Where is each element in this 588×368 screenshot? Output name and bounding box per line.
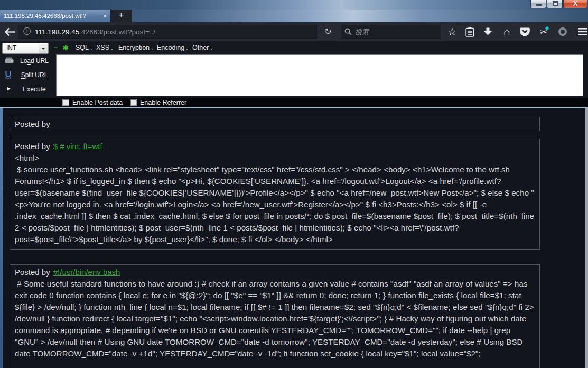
back-button[interactable] [4,27,17,36]
post-author-link[interactable]: $ # vim: ft=wtf [53,142,102,151]
bookmarks-clipboard-icon[interactable] [463,22,477,41]
navigation-toolbar: ⓘ 111.198.29.45 :42663/post.wtf?post=../… [0,22,588,41]
window-titlebar: X [0,0,588,10]
extension-badge-dot [545,26,549,30]
menu-sql[interactable]: SQL⌄ [76,44,94,51]
minimize-icon [536,4,542,6]
search-input[interactable] [355,28,437,36]
menu-hamburger-icon[interactable] [576,22,588,41]
screenshot-scissors-icon[interactable]: ✂ [537,22,550,41]
maximize-icon [553,1,558,6]
post-author-link[interactable]: #!/usr/bin/env bash [53,268,120,277]
post-header: Posted by [15,118,535,130]
enable-referrer-label: Enable Referrer [140,99,186,106]
tab-title: 111.198.29.45:42663/post.wtf? [4,13,100,19]
enable-post-data-label: Enable Post data [72,99,123,106]
load-url-icon [5,57,14,66]
site-info-icon[interactable]: ⓘ [23,27,31,36]
post-box-vim: Posted by$ # vim: ft=wtf <html> $ source… [10,139,540,250]
toolbar-divider [318,27,318,36]
window-controls: X [530,0,587,8]
menu-xss[interactable]: XSS⌄ [96,44,114,51]
page-content: Posted by Posted by$ # vim: ft=wtf <html… [0,108,588,368]
split-url-button[interactable]: Split URL [0,70,54,81]
chevron-down-icon [41,48,45,50]
hackbar-mode-select[interactable]: INT [2,43,49,54]
new-tab-button[interactable]: + [110,10,132,22]
close-icon: X [564,0,587,7]
screen: X 111.198.29.45:42663/post.wtf? × + ⓘ 11… [0,0,588,368]
hackbar-star-icon[interactable]: ✱ [63,44,69,52]
search-box[interactable] [341,25,441,39]
reload-button[interactable]: ↻ [320,25,336,39]
url-host: 111.198.29.45 [35,28,79,36]
menu-encryption[interactable]: Encryption⌄ [118,44,154,51]
back-arrow-icon [4,27,16,36]
downloads-icon[interactable] [481,22,494,41]
home-icon[interactable]: ⌂ [500,22,514,41]
post-header: Posted by#!/usr/bin/env bash [15,266,535,278]
tab-close-icon[interactable]: × [102,13,107,20]
hackbar-minus-icon[interactable]: − [53,43,58,52]
enable-post-data-checkbox[interactable] [62,99,69,106]
chevron-down-icon: ⌄ [89,45,94,51]
post-body: # Some useful standard functions to have… [15,278,535,360]
tab-strip: 111.198.29.45:42663/post.wtf? × + [0,10,588,22]
chevron-down-icon: ⌄ [185,45,189,51]
pocket-icon[interactable] [518,22,531,41]
toolbar-divider [461,26,461,37]
post-body-intro: <html> [15,152,535,164]
post-body: $ source user_functions.sh <head> <link … [15,164,535,245]
bookmark-star-icon[interactable]: ☆ [445,22,459,41]
chevron-down-icon: ⌄ [150,45,154,51]
vertical-scrollbar[interactable] [585,108,588,368]
search-icon [344,28,352,35]
hackbar-toolbar: INT − ✱ SQL⌄ XSS⌄ Encryption⌄ Encoding⌄ … [0,41,588,98]
hackbar-options-bar: Enable Post data Enable Referrer [0,98,588,107]
chevron-down-icon: ⌄ [110,45,114,51]
maximize-button[interactable] [547,0,563,8]
post-box-bash: Posted by#!/usr/bin/env bash # Some usef… [10,264,540,368]
hackbar-textarea[interactable] [56,54,583,96]
load-url-button[interactable]: Load URL [0,56,54,67]
split-url-icon [5,71,12,82]
menu-encoding[interactable]: Encoding⌄ [157,44,189,51]
close-button[interactable]: X [563,0,587,8]
enable-referrer-checkbox[interactable] [130,99,137,106]
extension-ring-icon[interactable] [556,22,570,41]
post-box-empty: Posted by [10,117,540,131]
execute-button[interactable]: Execute [0,84,54,96]
url-path: :42663/post.wtf?post=../ [79,28,155,36]
window-border-left [0,108,3,368]
menu-other[interactable]: Other⌄ [192,44,213,51]
browser-tab[interactable]: 111.198.29.45:42663/post.wtf? × [0,10,110,22]
chevron-down-icon: ⌄ [209,45,213,51]
post-header: Posted by$ # vim: ft=wtf [15,141,535,152]
minimize-button[interactable] [530,0,546,8]
url-bar[interactable]: ⓘ 111.198.29.45 :42663/post.wtf?post=../ [18,25,317,39]
